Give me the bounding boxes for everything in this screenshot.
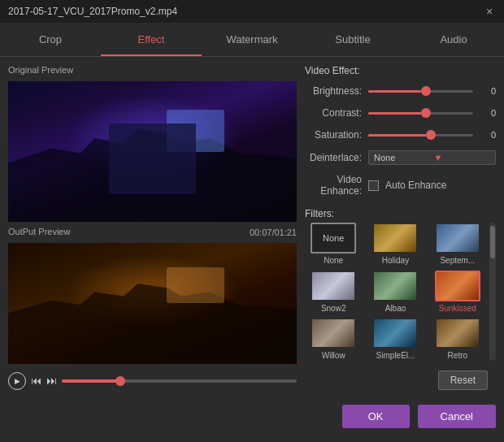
chevron-down-icon: ▼	[434, 153, 491, 162]
filter-name-holiday: Holiday	[382, 256, 409, 265]
contrast-value: 0	[480, 108, 496, 118]
saturation-row: Saturation: 0	[305, 128, 496, 141]
original-preview-image	[8, 81, 297, 222]
contrast-fill	[368, 112, 421, 115]
phone-glow-original	[167, 110, 224, 152]
filter-snow2[interactable]: Snow2	[305, 271, 362, 314]
filter-thumb-simpleel	[372, 318, 418, 349]
saturation-fill	[368, 134, 426, 136]
output-header: OutPut Preview 00:07/01:21	[8, 227, 297, 238]
saturation-value: 0	[480, 130, 496, 140]
filters-scrollbar[interactable]	[489, 223, 496, 361]
filter-name-willow: Willow	[322, 351, 345, 360]
filters-grid-wrapper: None None Holiday	[305, 223, 496, 361]
play-button[interactable]: ▶	[8, 372, 26, 390]
tab-watermark[interactable]: Watermark	[202, 23, 302, 56]
progress-thumb[interactable]	[115, 376, 125, 386]
filter-none[interactable]: None None	[305, 223, 362, 266]
cancel-button[interactable]: Cancel	[418, 405, 496, 428]
filter-name-simpleel: SimpleEl...	[376, 351, 415, 360]
filter-name-albao: Albao	[385, 304, 406, 313]
output-preview-image	[8, 243, 297, 363]
filter-thumb-sunkissed	[435, 271, 480, 301]
filter-thumb-snow2	[311, 271, 356, 301]
tab-effect[interactable]: Effect	[101, 23, 202, 56]
contrast-track	[368, 112, 473, 115]
output-preview-label: OutPut Preview	[8, 227, 70, 236]
brightness-track	[368, 90, 473, 93]
brightness-value: 0	[480, 86, 496, 96]
filename-label: 2017-05-17_VCU_2017Promo_v2.mp4	[8, 6, 177, 17]
enhance-label: Video Enhance:	[305, 174, 362, 197]
filters-grid: None None Holiday	[305, 223, 486, 361]
saturation-track	[368, 134, 473, 136]
tab-crop[interactable]: Crop	[0, 23, 101, 56]
filter-name-september: Septem...	[440, 256, 475, 265]
brightness-label: Brightness:	[305, 85, 362, 97]
saturation-thumb[interactable]	[426, 130, 436, 140]
brightness-slider[interactable]	[368, 84, 473, 98]
original-preview-label: Original Preview	[8, 65, 297, 75]
filter-sunkissed[interactable]: Sunkissed	[429, 271, 486, 314]
filter-name-retro: Retro	[448, 351, 467, 360]
filter-september[interactable]: Septem...	[429, 223, 486, 266]
video-effect-title: Video Effect:	[305, 65, 496, 76]
title-bar: 2017-05-17_VCU_2017Promo_v2.mp4 ×	[0, 0, 504, 23]
brightness-thumb[interactable]	[421, 86, 431, 96]
progress-fill	[62, 379, 120, 383]
filter-name-none: None	[324, 256, 343, 265]
enhance-row: Video Enhance: Auto Enhance	[305, 174, 496, 197]
contrast-thumb[interactable]	[421, 108, 431, 118]
filter-thumb-september	[435, 223, 480, 254]
tab-subtitle[interactable]: Subtitle	[302, 23, 403, 56]
filter-retro[interactable]: Retro	[429, 318, 486, 361]
silhouette-original	[8, 124, 297, 222]
filter-simpleel[interactable]: SimpleEl...	[367, 318, 424, 361]
close-button[interactable]: ×	[483, 5, 496, 18]
saturation-label: Saturation:	[305, 129, 362, 141]
reset-row: Reset	[305, 367, 496, 390]
deinterlace-row: Deinterlace: None ▼	[305, 150, 496, 165]
next-frame-button[interactable]: ⏭	[46, 375, 57, 387]
saturation-slider[interactable]	[368, 128, 473, 141]
filter-willow[interactable]: Willow	[305, 318, 362, 361]
seekbar[interactable]	[62, 379, 297, 383]
auto-enhance-label: Auto Enhance	[385, 180, 446, 191]
ok-button[interactable]: OK	[342, 405, 410, 428]
footer: OK Cancel	[0, 398, 504, 435]
filter-thumb-albao	[372, 271, 418, 301]
filter-name-snow2: Snow2	[321, 304, 346, 313]
filters-label: Filters:	[305, 208, 496, 219]
phone-glow-output	[167, 267, 224, 303]
contrast-slider[interactable]	[368, 106, 473, 119]
contrast-label: Contrast:	[305, 107, 362, 119]
deinterlace-select[interactable]: None ▼	[368, 150, 496, 165]
filter-name-sunkissed: Sunkissed	[439, 304, 476, 313]
auto-enhance-checkbox[interactable]	[368, 180, 379, 191]
filter-thumb-willow	[311, 318, 356, 349]
reset-button[interactable]: Reset	[438, 370, 488, 390]
deinterlace-value: None	[374, 153, 431, 162]
left-panel: Original Preview OutPut Preview 00:07/01…	[8, 65, 297, 390]
filter-thumb-holiday	[372, 223, 418, 254]
tab-audio[interactable]: Audio	[403, 23, 504, 56]
filter-thumb-retro	[435, 318, 480, 349]
deinterlace-label: Deinterlace:	[305, 152, 362, 163]
filter-holiday[interactable]: Holiday	[367, 223, 424, 266]
scrollbar-thumb	[490, 226, 495, 258]
filters-section: Filters: None None Hol	[305, 208, 496, 361]
silhouette-output	[8, 280, 297, 364]
brightness-fill	[368, 90, 421, 93]
playback-bar: ▶ ⏮ ⏭	[8, 369, 297, 391]
brightness-row: Brightness: 0	[305, 84, 496, 98]
prev-frame-button[interactable]: ⏮	[31, 375, 41, 387]
filter-thumb-none: None	[311, 223, 356, 254]
contrast-row: Contrast: 0	[305, 106, 496, 119]
content-area: Original Preview OutPut Preview 00:07/01…	[0, 57, 504, 398]
right-panel: Video Effect: Brightness: 0 Contrast: 0	[305, 65, 496, 390]
timecode: 00:07/01:21	[250, 228, 297, 237]
tab-bar: Crop Effect Watermark Subtitle Audio	[0, 23, 504, 57]
filter-albao[interactable]: Albao	[367, 271, 424, 314]
original-preview-box	[8, 81, 297, 222]
output-preview-box	[8, 243, 297, 363]
